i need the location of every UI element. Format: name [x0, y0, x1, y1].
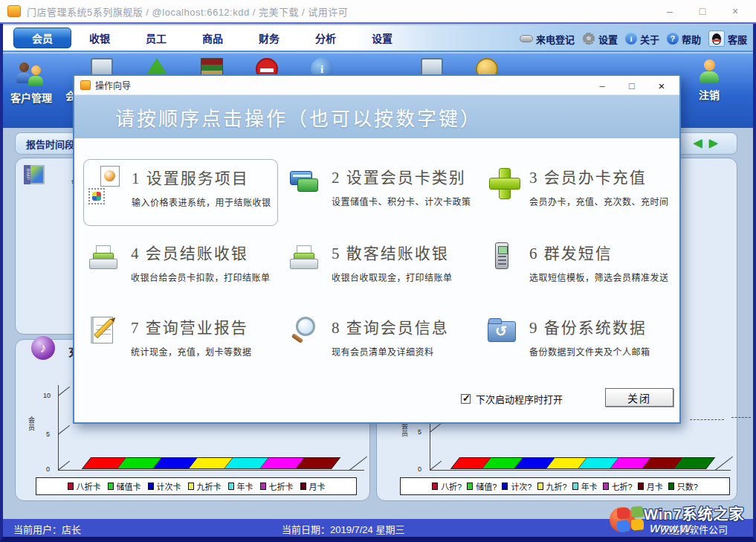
dialog-header: 请按顺序点击操作（也可以按数字键）: [74, 95, 679, 138]
legend-label: 九折卡: [197, 480, 222, 492]
legend-label: 月卡: [647, 480, 663, 492]
menu-help-label: 帮助: [682, 32, 701, 46]
wizard-item-subtitle: 收银台收取现金，打印结账单: [332, 271, 453, 283]
wizard-item-6[interactable]: 6 群发短信 选取短信模板，筛选会员精准发送: [482, 235, 676, 302]
wizard-item-9[interactable]: 9 备份系统数据 备份数据到文件夹及个人邮箱: [482, 309, 676, 376]
menu-support[interactable]: 客服: [708, 30, 747, 47]
legend-label: 储值卡: [117, 480, 141, 492]
ytick: 5: [418, 428, 421, 436]
menu-settings-label: 设置: [598, 32, 618, 46]
menu-call-register[interactable]: 来电登记: [520, 32, 575, 46]
legend-swatch: [638, 483, 644, 490]
legend-label: 八折卡: [77, 480, 101, 492]
current-user: 当前用户：店长: [13, 522, 81, 536]
window-title: 门店管理系统5系列旗舰版 / @localhost:6612:kdd / 完美下…: [27, 4, 348, 19]
menu-help[interactable]: ? 帮助: [667, 32, 701, 46]
bmp-file-icon: [24, 165, 45, 184]
close-button[interactable]: 关闭: [605, 388, 673, 407]
legend-swatch: [68, 483, 74, 490]
window-titlebar: 门店管理系统5系列旗舰版 / @localhost:6612:kdd / 完美下…: [0, 0, 756, 24]
open-on-startup-checkbox[interactable]: [461, 394, 471, 404]
right-chart-floor-strips: [455, 457, 711, 469]
up-arrow-icon[interactable]: [146, 58, 168, 76]
qq-penguin-icon: [708, 30, 725, 47]
legend-swatch: [467, 483, 473, 490]
toolbar-customer-label: 客户管理: [10, 90, 52, 105]
ytick: 0: [418, 465, 421, 473]
wizard-dialog: 操作向导 – □ × 请按顺序点击操作（也可以按数字键） 1 设置服务项目 输入…: [73, 74, 681, 424]
app-icon: [7, 5, 21, 17]
left-chart-floor-strips: [86, 457, 336, 469]
wizard-item-title: 8 查询会员信息: [332, 315, 449, 338]
ytick: 0: [46, 465, 50, 473]
right-chart-ylabel: 会员: [400, 422, 410, 437]
report-notepad-icon: [88, 315, 123, 354]
legend-swatch: [260, 483, 266, 490]
open-on-startup-label: 下次启动程序时打开: [476, 392, 563, 406]
tab-settings[interactable]: 设置: [354, 28, 410, 48]
toolbar-customer-management[interactable]: 客户管理: [10, 61, 52, 105]
wizard-item-title: 4 会员结账收银: [131, 241, 271, 263]
logout-person-icon: [700, 59, 719, 83]
legend-swatch: [537, 483, 543, 490]
wizard-item-7[interactable]: 7 查询营业报告 统计现金，充值，划卡等数据: [83, 309, 278, 376]
wizard-item-5[interactable]: 5 散客结账收银 收银台收取现金，打印结账单: [284, 235, 479, 302]
menu-settings[interactable]: 设置: [582, 32, 618, 46]
wizard-item-3[interactable]: 3 会员办卡充值 会员办卡，充值、充次数、充时间: [482, 159, 676, 226]
legend-label: 月卡: [309, 480, 326, 492]
dialog-titlebar: 操作向导 – □ ×: [74, 76, 679, 95]
wizard-item-8[interactable]: 8 查询会员信息 现有会员清单及详细资料: [284, 309, 479, 376]
menu-about[interactable]: i 关于: [625, 32, 659, 46]
printer-icon: [88, 241, 123, 280]
tab-finance[interactable]: 财务: [241, 28, 297, 48]
dialog-icon: [80, 80, 91, 90]
legend-swatch: [432, 483, 438, 490]
dialog-close-icon[interactable]: ×: [647, 76, 676, 95]
legend-swatch: [108, 483, 114, 490]
legend-label: 七折卡: [269, 480, 294, 492]
wizard-item-subtitle: 设置储值卡、积分卡、计次卡政策: [332, 195, 471, 207]
watermark-title: Win7系统之家: [644, 503, 745, 524]
ytick: 10: [43, 392, 51, 399]
tab-cashier[interactable]: 收银: [71, 28, 128, 48]
dialog-minimize-button[interactable]: –: [587, 76, 617, 95]
mobile-phone-icon: [486, 241, 522, 280]
legend-swatch: [228, 483, 234, 490]
toolbar-logout[interactable]: 注销: [699, 59, 720, 102]
wizard-item-title: 6 群发短信: [529, 241, 669, 263]
tab-analysis[interactable]: 分析: [297, 28, 354, 48]
wizard-item-title: 9 备份系统数据: [529, 315, 650, 338]
legend-label: 计次卡: [157, 480, 181, 492]
tab-member[interactable]: 会员: [13, 28, 71, 48]
dialog-maximize-button[interactable]: □: [617, 76, 647, 95]
tab-goods[interactable]: 商品: [184, 28, 241, 48]
wizard-item-4[interactable]: 4 会员结账收银 收银台给会员卡扣款，打印结账单: [83, 235, 278, 302]
ytick: 5: [46, 430, 50, 438]
tab-staff[interactable]: 员工: [128, 28, 184, 48]
windows-flag-icon: [617, 506, 645, 534]
magnifier-icon: [288, 315, 324, 354]
legend-swatch: [300, 483, 306, 490]
wizard-item-1[interactable]: 1 设置服务项目 输入价格表进系统，用于结账收银: [83, 159, 278, 226]
legend-label: 年卡: [581, 480, 598, 492]
watermark-url: Www.W: [650, 522, 691, 535]
legend-swatch: [572, 483, 578, 490]
phone-icon: [520, 32, 533, 45]
legend-label: 七折?: [612, 480, 633, 492]
window-close-button[interactable]: ×: [719, 0, 752, 22]
window-minimize-button[interactable]: –: [653, 0, 686, 22]
chart-strip: [296, 457, 341, 469]
left-chart-legend: 八折卡 储值卡 计次卡 九折卡 年卡 七折卡 月卡: [36, 477, 357, 495]
legend-label: 只数?: [677, 480, 698, 492]
prev-period-button[interactable]: ◀: [694, 137, 702, 149]
window-maximize-button[interactable]: □: [686, 0, 719, 22]
watermark: Win7系统之家 Www.W: [610, 501, 756, 542]
menu-bar: 会员 收银 员工 商品 财务 分析 设置 来电登记 设置 i 关于 ? 帮助 客…: [3, 25, 753, 52]
toolbar-logout-label: 注销: [699, 87, 720, 102]
wizard-item-title: 2 设置会员卡类别: [332, 165, 471, 187]
wizard-item-2[interactable]: 2 设置会员卡类别 设置储值卡、积分卡、计次卡政策: [284, 159, 479, 226]
wizard-item-subtitle: 输入价格表进系统，用于结账收银: [132, 196, 271, 208]
wizard-item-title: 1 设置服务项目: [132, 166, 271, 188]
next-period-button[interactable]: ▶: [709, 137, 717, 149]
wizard-item-title: 5 散客结账收银: [332, 241, 453, 263]
